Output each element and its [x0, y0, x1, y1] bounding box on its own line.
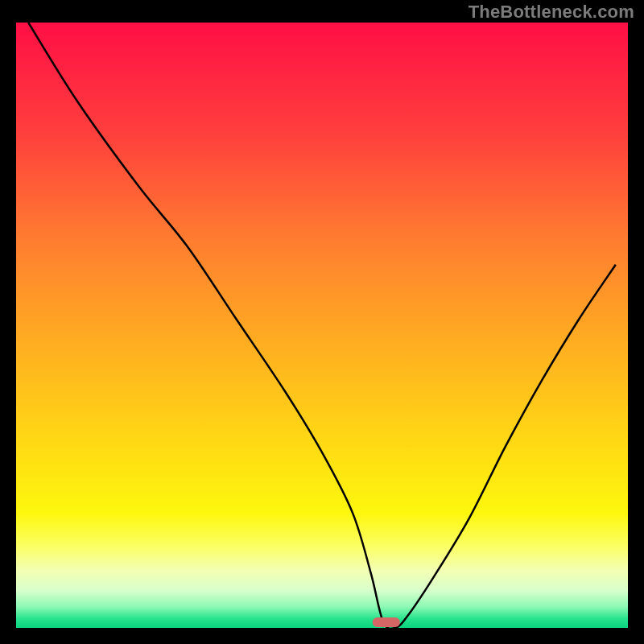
- chart-frame: TheBottleneck.com: [0, 0, 644, 644]
- optimal-marker: [373, 617, 400, 627]
- plot-background: [16, 23, 628, 628]
- watermark-text: TheBottleneck.com: [469, 2, 634, 23]
- bottleneck-chart: [0, 0, 644, 644]
